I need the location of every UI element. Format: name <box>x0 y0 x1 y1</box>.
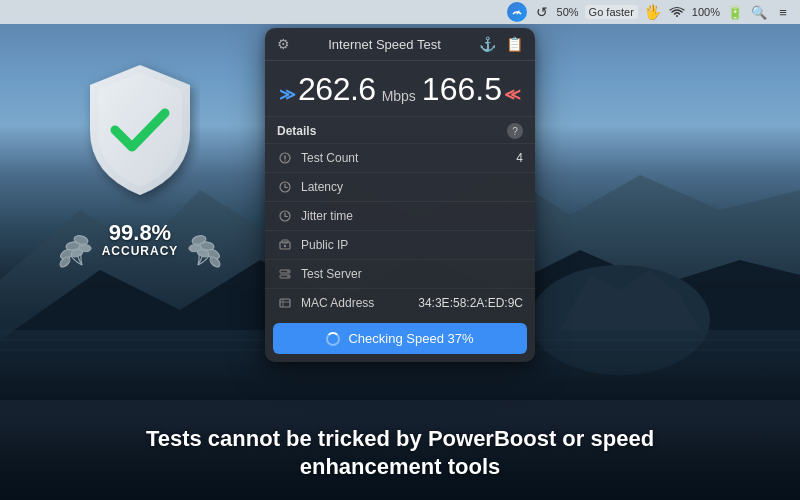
download-arrow-icon: ≫ <box>279 87 296 103</box>
accuracy-percent: 99.8% <box>102 222 179 244</box>
test-count-value: 4 <box>516 151 523 165</box>
download-speed-value: 262.6 <box>298 71 376 108</box>
checking-speed-label: Checking Speed 37% <box>348 331 473 346</box>
detail-row-test-count: Test Count 4 <box>265 143 535 172</box>
speed-unit-label: Mbps <box>382 88 416 108</box>
detail-row-mac-address: MAC Address 34:3E:58:2A:ED:9C <box>265 288 535 317</box>
latency-label: Latency <box>301 180 523 194</box>
go-faster-label: 50% <box>557 6 579 18</box>
checking-spinner <box>326 332 340 346</box>
anchor-icon[interactable]: ⚓ <box>479 36 496 52</box>
menubar-right: ↺ 50% Go faster 🖐 100% 🔋 🔍 ≡ <box>507 2 792 22</box>
bottom-text-container: Tests cannot be tricked by PowerBoost or… <box>0 425 800 482</box>
mac-address-label: MAC Address <box>301 296 418 310</box>
panel-settings-icon[interactable]: ⚙ <box>277 36 290 52</box>
panel-header-icons: ⚓ 📋 <box>479 36 523 52</box>
battery-percent: 100% <box>692 6 720 18</box>
jitter-label: Jitter time <box>301 209 523 223</box>
share-icon[interactable]: 📋 <box>506 36 523 52</box>
svg-point-22 <box>284 160 285 161</box>
public-ip-label: Public IP <box>301 238 523 252</box>
detail-row-public-ip: Public IP <box>265 230 535 259</box>
svg-point-27 <box>284 245 286 247</box>
menu-lines-icon[interactable]: ≡ <box>774 3 792 21</box>
test-count-icon <box>277 150 293 166</box>
upload-section: 166.5 ≪ <box>422 71 521 108</box>
test-count-label: Test Count <box>301 151 516 165</box>
test-server-icon <box>277 266 293 282</box>
accuracy-text: 99.8% ACCURACY <box>102 222 179 258</box>
mac-address-value: 34:3E:58:2A:ED:9C <box>418 296 523 310</box>
detail-row-jitter: Jitter time <box>265 201 535 230</box>
accuracy-container: 99.8% ACCURACY <box>57 210 224 270</box>
panel-title: Internet Speed Test <box>328 37 441 52</box>
upload-speed-value: 166.5 <box>422 71 502 108</box>
svg-point-31 <box>287 276 289 278</box>
jitter-icon <box>277 208 293 224</box>
svg-point-18 <box>209 255 222 268</box>
detail-row-latency: Latency <box>265 172 535 201</box>
help-icon[interactable]: ? <box>507 123 523 139</box>
refresh-icon[interactable]: ↺ <box>533 3 551 21</box>
detail-row-test-server: Test Server <box>265 259 535 288</box>
latency-icon <box>277 179 293 195</box>
bottom-text-line2: enhancement tools <box>0 453 800 482</box>
wifi-icon <box>668 3 686 21</box>
details-label: Details <box>277 124 316 138</box>
battery-icon: 🔋 <box>726 3 744 21</box>
upload-arrow-icon: ≪ <box>504 87 521 103</box>
shield-container: 99.8% ACCURACY <box>40 55 240 275</box>
svg-point-14 <box>78 244 91 252</box>
speed-display: ≫ 262.6 Mbps 166.5 ≪ <box>265 61 535 116</box>
go-faster-text[interactable]: Go faster <box>585 5 638 19</box>
laurel-right-icon <box>188 210 223 270</box>
details-header: Details ? <box>265 116 535 143</box>
test-server-label: Test Server <box>301 267 523 281</box>
speedtest-menu-icon[interactable] <box>507 2 527 22</box>
speedtest-panel: ⚙ Internet Speed Test ⚓ 📋 ≫ 262.6 Mbps 1… <box>265 28 535 362</box>
svg-point-30 <box>287 271 289 273</box>
search-icon[interactable]: 🔍 <box>750 3 768 21</box>
mac-address-icon <box>277 295 293 311</box>
public-ip-icon <box>277 237 293 253</box>
accuracy-label: ACCURACY <box>102 244 179 258</box>
shield-icon <box>70 55 210 205</box>
menubar: ↺ 50% Go faster 🖐 100% 🔋 🔍 ≡ <box>0 0 800 24</box>
laurel-left-icon <box>57 210 92 270</box>
svg-rect-32 <box>280 299 290 307</box>
gesture-icon: 🖐 <box>644 3 662 21</box>
checking-speed-button[interactable]: Checking Speed 37% <box>273 323 527 354</box>
bottom-text-line1: Tests cannot be tricked by PowerBoost or… <box>0 425 800 454</box>
panel-header: ⚙ Internet Speed Test ⚓ 📋 <box>265 28 535 61</box>
download-section: ≫ 262.6 <box>279 71 376 108</box>
